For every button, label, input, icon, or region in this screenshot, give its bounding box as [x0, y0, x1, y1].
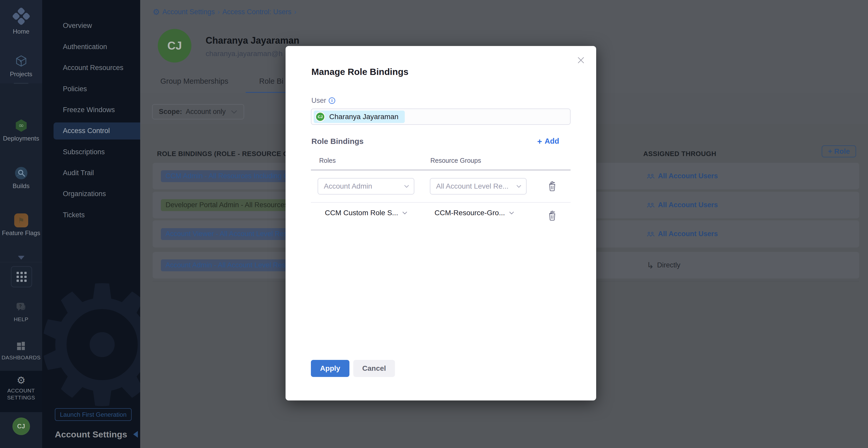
role-binding-chip[interactable]: Developer Portal Admin - All Resources I… — [161, 199, 300, 211]
role-binding-chip[interactable]: Account Admin - All Account Level Resour — [161, 260, 300, 271]
feature-flags-icon: ⚑ — [14, 213, 28, 227]
rail-item-help[interactable]: ? HELP — [0, 302, 42, 323]
rail-item-label: Deployments — [0, 135, 42, 142]
add-role-button[interactable]: + Role — [822, 145, 856, 157]
role-select[interactable]: CCM Custom Role S... — [325, 209, 407, 217]
column-header-assigned-through: ASSIGNED THROUGH — [643, 150, 716, 158]
assigned-through-link[interactable]: All Account Users — [647, 172, 718, 180]
user-field-label-row: User i — [311, 97, 335, 105]
chevron-down-icon — [402, 211, 407, 215]
breadcrumb-account-settings[interactable]: Account Settings — [162, 8, 215, 16]
modal-title: Manage Role Bindings — [311, 67, 408, 77]
add-label: Add — [545, 137, 559, 145]
subnav-item-freeze-windows[interactable]: Freeze Windows — [63, 106, 115, 114]
assigned-through-label: All Account Users — [658, 201, 718, 209]
resource-group-select-value: CCM-Resource-Gro... — [435, 209, 505, 217]
assigned-through-link[interactable]: All Account Users — [647, 201, 718, 209]
modal-row-divider — [311, 202, 570, 203]
launch-first-generation-button[interactable]: Launch First Generation — [55, 408, 132, 421]
user-group-icon — [647, 202, 655, 208]
rail-item-label: ACCOUNT SETTINGS — [6, 387, 37, 401]
user-chip: CJ Charanya Jayaraman — [314, 111, 405, 123]
close-icon[interactable] — [577, 56, 585, 65]
breadcrumb-access-control-users[interactable]: Access Control: Users — [222, 8, 291, 16]
scope-value: Account only — [186, 108, 226, 116]
gear-watermark-icon: ⚙ — [42, 264, 140, 429]
gear-icon: ⚙ — [17, 375, 25, 386]
rail-item-label: Projects — [0, 71, 42, 78]
apply-button[interactable]: Apply — [311, 360, 349, 377]
chevron-down-icon — [509, 211, 514, 215]
home-icon — [11, 7, 31, 27]
subnav-item-account-resources[interactable]: Account Resources — [63, 64, 123, 72]
subnav-item-authentication[interactable]: Authentication — [63, 43, 107, 51]
chevron-down-icon — [516, 185, 521, 188]
rail-item-label: DASHBOARDS — [0, 354, 42, 361]
rail-item-projects[interactable]: Projects — [0, 54, 42, 78]
cancel-button[interactable]: Cancel — [353, 360, 395, 377]
rail-item-home[interactable]: Home — [0, 10, 42, 35]
assigned-through-label: All Account Users — [658, 172, 718, 180]
assigned-through-label: All Account Users — [658, 230, 718, 238]
rail-item-dashboards[interactable]: DASHBOARDS — [0, 341, 42, 361]
info-icon[interactable]: i — [329, 97, 335, 104]
module-picker-button[interactable] — [11, 266, 32, 287]
subnav-item-subscriptions[interactable]: Subscriptions — [63, 148, 105, 156]
user-group-icon — [647, 231, 655, 237]
scope-dropdown[interactable]: Scope: Account only — [152, 104, 244, 119]
subnav-item-tickets[interactable]: Tickets — [63, 211, 85, 219]
role-select-value: CCM Custom Role S... — [325, 209, 398, 217]
resource-group-select[interactable]: CCM-Resource-Gro... — [435, 209, 514, 217]
collapse-sidebar-icon[interactable] — [133, 431, 138, 438]
role-select[interactable]: Account Admin — [318, 178, 414, 195]
grid-icon — [17, 272, 27, 282]
role-binding-chip[interactable]: CCM Admin - All Resources Including Chil — [161, 170, 300, 182]
gear-icon: ⚙ — [153, 8, 160, 16]
delete-binding-icon[interactable] — [547, 210, 557, 221]
tab-role-bindings[interactable]: Role Bi — [259, 77, 283, 85]
user-name: Charanya Jayaraman — [206, 35, 299, 46]
rail-more-modules[interactable] — [0, 256, 42, 260]
chevron-down-icon — [404, 185, 409, 188]
subnav-item-audit-trail[interactable]: Audit Trail — [63, 169, 94, 177]
rail-user-avatar[interactable]: CJ — [0, 417, 42, 435]
subnav-item-overview[interactable]: Overview — [63, 22, 92, 30]
tab-group-memberships[interactable]: Group Memberships — [160, 77, 228, 85]
user-group-icon — [647, 173, 655, 179]
projects-cube-icon — [14, 54, 28, 68]
deployments-icon: ∞ — [14, 118, 28, 133]
user-input[interactable]: CJ Charanya Jayaraman — [311, 108, 570, 125]
rail-item-label: Builds — [0, 182, 42, 189]
resource-group-select[interactable]: All Account Level Re... — [430, 178, 527, 195]
breadcrumb: ⚙ Account Settings › Access Control: Use… — [153, 8, 297, 16]
rail-item-label: Home — [0, 28, 42, 35]
assigned-through-label: Directly — [657, 261, 681, 269]
subnav-item-organizations[interactable]: Organizations — [63, 190, 106, 198]
builds-icon — [14, 166, 28, 180]
chevron-down-icon — [231, 110, 238, 114]
svg-text:∞: ∞ — [18, 122, 24, 129]
user-field-label: User — [311, 97, 326, 105]
rail-item-account-settings[interactable]: ⚙ ACCOUNT SETTINGS — [0, 375, 42, 401]
modal-header-divider — [311, 170, 570, 170]
rail-item-feature-flags[interactable]: ⚑ Feature Flags — [0, 213, 42, 237]
add-role-binding-button[interactable]: + Add — [537, 137, 559, 145]
modal-column-roles: Roles — [319, 157, 336, 164]
module-rail: Home Projects ∞ Deployments Builds ⚑ — [0, 0, 42, 448]
plus-icon: + — [537, 137, 542, 145]
user-email: charanya.jayaraman@h — [206, 49, 283, 58]
subnav-footer-title: Account Settings — [55, 429, 127, 440]
role-bindings-section-title: Role Bindings — [311, 137, 364, 146]
assigned-through-link[interactable]: All Account Users — [647, 230, 718, 238]
rail-item-deployments[interactable]: ∞ Deployments — [0, 118, 42, 142]
subnav-item-access-control[interactable]: Access Control — [63, 127, 110, 135]
user-avatar: CJ — [158, 29, 191, 63]
role-binding-chip[interactable]: Account Viewer - All Account Level Resou — [161, 228, 300, 240]
avatar: CJ — [12, 417, 30, 435]
breadcrumb-separator: › — [294, 8, 297, 16]
subnav-item-policies[interactable]: Policies — [63, 85, 87, 93]
help-chat-icon: ? — [14, 302, 28, 314]
delete-binding-icon[interactable] — [547, 180, 557, 192]
rail-separator — [14, 83, 28, 84]
rail-item-builds[interactable]: Builds — [0, 166, 42, 189]
